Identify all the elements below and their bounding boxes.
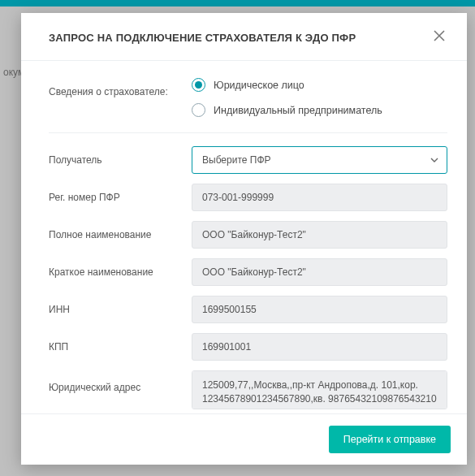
label-short-name: Краткое наименование xyxy=(49,266,192,278)
modal-footer: Перейти к отправке xyxy=(21,413,467,465)
label-legal-address: Юридический адрес xyxy=(49,370,192,393)
row-recipient: Получатель Выберите ПФР xyxy=(49,146,447,174)
insurer-type-section: Сведения о страхователе: Юридическое лиц… xyxy=(49,72,447,133)
row-reg-number: Рег. номер ПФР xyxy=(49,184,447,211)
kpp-input[interactable] xyxy=(192,333,447,361)
modal-title: ЗАПРОС НА ПОДКЛЮЧЕНИЕ СТРАХОВАТЕЛЯ К ЭДО… xyxy=(49,32,356,44)
radio-label: Индивидуальный предприниматель xyxy=(214,105,382,116)
inn-input[interactable] xyxy=(192,296,447,323)
radio-checked-icon xyxy=(192,78,205,92)
label-full-name: Полное наименование xyxy=(49,229,192,240)
reg-number-input[interactable] xyxy=(192,184,447,211)
label-inn: ИНН xyxy=(49,304,192,315)
row-full-name: Полное наименование xyxy=(49,221,447,249)
submit-button[interactable]: Перейти к отправке xyxy=(329,426,451,453)
short-name-input[interactable] xyxy=(192,258,447,286)
legal-address-input[interactable]: 125009,77,,Москва,,пр-кт Андропова,д. 10… xyxy=(192,370,447,409)
radio-legal-entity[interactable]: Юридическое лицо xyxy=(192,72,447,97)
insurer-section-label: Сведения о страхователе: xyxy=(49,72,192,123)
radio-individual-entrepreneur[interactable]: Индивидуальный предприниматель xyxy=(192,97,447,123)
label-kpp: КПП xyxy=(49,341,192,353)
close-button[interactable] xyxy=(431,29,447,45)
full-name-input[interactable] xyxy=(192,221,447,249)
row-inn: ИНН xyxy=(49,296,447,323)
modal-header: ЗАПРОС НА ПОДКЛЮЧЕНИЕ СТРАХОВАТЕЛЯ К ЭДО… xyxy=(21,13,467,61)
row-short-name: Краткое наименование xyxy=(49,258,447,286)
radio-unchecked-icon xyxy=(192,103,205,117)
row-kpp: КПП xyxy=(49,333,447,361)
label-recipient: Получатель xyxy=(49,154,192,166)
modal-body: Сведения о страхователе: Юридическое лиц… xyxy=(21,61,467,413)
label-reg-number: Рег. номер ПФР xyxy=(49,192,192,203)
row-legal-address: Юридический адрес 125009,77,,Москва,,пр-… xyxy=(49,370,447,409)
connection-request-modal: ЗАПРОС НА ПОДКЛЮЧЕНИЕ СТРАХОВАТЕЛЯ К ЭДО… xyxy=(21,13,467,465)
close-icon xyxy=(434,30,445,45)
recipient-select[interactable]: Выберите ПФР xyxy=(192,146,447,174)
radio-label: Юридическое лицо xyxy=(214,80,304,91)
